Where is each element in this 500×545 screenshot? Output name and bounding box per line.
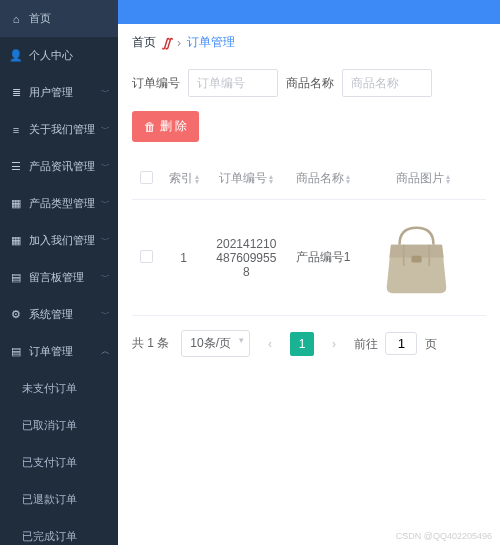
grid-icon: ▦ [10, 235, 22, 247]
list-icon: ▤ [10, 346, 22, 358]
sidebar-item-label: 产品类型管理 [29, 196, 95, 211]
watermark: CSDN @QQ402205496 [396, 531, 492, 541]
breadcrumb: 首页 ∬ › 订单管理 [132, 34, 486, 51]
sidebar-sub-done[interactable]: 已完成订单 [0, 518, 118, 545]
col-image[interactable]: 商品图片▴▾ [360, 158, 486, 200]
chevron-down-icon: ﹀ [101, 234, 110, 247]
sort-icon: ▴▾ [195, 174, 199, 184]
table-row: 1 2021412104876099558 产品编号1 [132, 200, 486, 316]
chevron-down-icon: ﹀ [101, 271, 110, 284]
sidebar-item-users[interactable]: ≣ 用户管理 ﹀ [0, 74, 118, 111]
list-icon: ▤ [10, 272, 22, 284]
sidebar-item-label: 首页 [29, 11, 51, 26]
gear-icon: ⚙ [10, 309, 22, 321]
sidebar: ⌂ 首页 👤 个人中心 ≣ 用户管理 ﹀ ≡ 关于我们管理 ﹀ ☰ 产品资讯管理… [0, 0, 118, 545]
col-orderno[interactable]: 订单编号▴▾ [207, 158, 285, 200]
sort-icon: ▴▾ [446, 174, 450, 184]
delete-button-label: 删 除 [160, 118, 187, 135]
topbar [118, 0, 500, 24]
sidebar-item-system[interactable]: ⚙ 系统管理 ﹀ [0, 296, 118, 333]
sidebar-sub-cancel[interactable]: 已取消订单 [0, 407, 118, 444]
sidebar-item-type[interactable]: ▦ 产品类型管理 ﹀ [0, 185, 118, 222]
sidebar-item-label: 留言板管理 [29, 270, 84, 285]
select-all-checkbox[interactable] [140, 171, 153, 184]
cell-orderno: 2021412104876099558 [207, 200, 285, 316]
list-icon: ≣ [10, 87, 22, 99]
filter-input-order[interactable] [188, 69, 278, 97]
sidebar-item-home[interactable]: ⌂ 首页 [0, 0, 118, 37]
filter-input-name[interactable] [342, 69, 432, 97]
pagination: 共 1 条 10条/页 ‹ 1 › 前往 页 [132, 330, 486, 357]
sidebar-sub-unpaid[interactable]: 未支付订单 [0, 370, 118, 407]
pagination-total: 共 1 条 [132, 335, 169, 352]
sidebar-item-about[interactable]: ≡ 关于我们管理 ﹀ [0, 111, 118, 148]
breadcrumb-current: 订单管理 [187, 34, 235, 51]
row-checkbox[interactable] [140, 250, 153, 263]
col-name[interactable]: 商品名称▴▾ [286, 158, 361, 200]
cell-name: 产品编号1 [286, 200, 361, 316]
svg-rect-0 [411, 256, 421, 263]
list-icon: ≡ [10, 124, 22, 136]
product-image-icon [374, 215, 459, 300]
page-number-button[interactable]: 1 [290, 332, 314, 356]
sidebar-item-orders[interactable]: ▤ 订单管理 ︿ [0, 333, 118, 370]
sort-icon: ▴▾ [346, 174, 350, 184]
chevron-down-icon: ﹀ [101, 123, 110, 136]
filter-bar: 订单编号 商品名称 [132, 69, 486, 97]
list-icon: ☰ [10, 161, 22, 173]
cell-index: 1 [160, 200, 207, 316]
sidebar-item-news[interactable]: ☰ 产品资讯管理 ﹀ [0, 148, 118, 185]
breadcrumb-logo-icon: ∬ [162, 36, 171, 50]
sidebar-item-join[interactable]: ▦ 加入我们管理 ﹀ [0, 222, 118, 259]
chevron-right-icon: › [177, 36, 181, 50]
user-icon: 👤 [10, 50, 22, 62]
sidebar-item-label: 系统管理 [29, 307, 73, 322]
page-size-select[interactable]: 10条/页 [181, 330, 250, 357]
filter-label-order: 订单编号 [132, 75, 180, 92]
chevron-down-icon: ﹀ [101, 308, 110, 321]
data-table: 索引▴▾ 订单编号▴▾ 商品名称▴▾ 商品图片▴▾ 1 202141210487… [132, 158, 486, 316]
sidebar-item-label: 个人中心 [29, 48, 73, 63]
page-jump-input[interactable] [385, 332, 417, 355]
sidebar-item-label: 产品资讯管理 [29, 159, 95, 174]
sidebar-item-profile[interactable]: 👤 个人中心 [0, 37, 118, 74]
col-index[interactable]: 索引▴▾ [160, 158, 207, 200]
filter-label-name: 商品名称 [286, 75, 334, 92]
chevron-down-icon: ﹀ [101, 86, 110, 99]
delete-button[interactable]: 🗑 删 除 [132, 111, 199, 142]
sidebar-item-label: 用户管理 [29, 85, 73, 100]
page-jump: 前往 页 [354, 332, 437, 355]
sidebar-item-msg[interactable]: ▤ 留言板管理 ﹀ [0, 259, 118, 296]
chevron-down-icon: ﹀ [101, 197, 110, 210]
home-icon: ⌂ [10, 13, 22, 25]
breadcrumb-home[interactable]: 首页 [132, 34, 156, 51]
prev-page-button[interactable]: ‹ [258, 332, 282, 356]
cell-image [360, 200, 486, 316]
sidebar-item-label: 订单管理 [29, 344, 73, 359]
next-page-button[interactable]: › [322, 332, 346, 356]
sidebar-item-label: 加入我们管理 [29, 233, 95, 248]
chevron-down-icon: ﹀ [101, 160, 110, 173]
sidebar-item-label: 关于我们管理 [29, 122, 95, 137]
sidebar-sub-paid[interactable]: 已支付订单 [0, 444, 118, 481]
chevron-up-icon: ︿ [101, 345, 110, 358]
sort-icon: ▴▾ [269, 174, 273, 184]
grid-icon: ▦ [10, 198, 22, 210]
sidebar-sub-refund[interactable]: 已退款订单 [0, 481, 118, 518]
trash-icon: 🗑 [144, 120, 156, 134]
main-panel: 首页 ∬ › 订单管理 订单编号 商品名称 🗑 删 除 索引▴▾ [118, 0, 500, 545]
